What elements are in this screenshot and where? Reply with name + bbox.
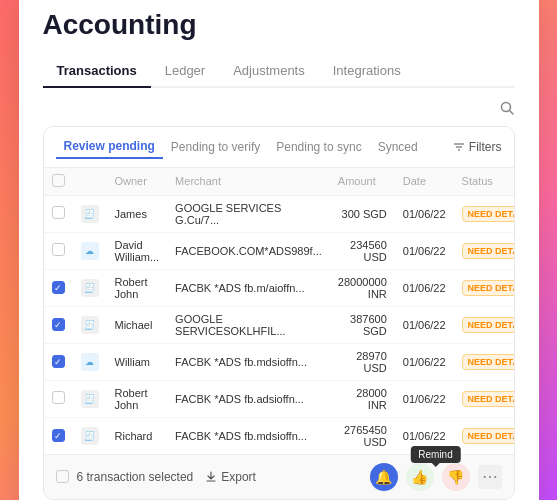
search-icon: [499, 100, 515, 116]
status-cell: NEED DETAILS: [454, 269, 515, 306]
main-tabs: Transactions Ledger Adjustments Integrat…: [43, 55, 515, 88]
amount-cell: 28000 INR: [330, 380, 395, 417]
receipt-icon: 🧾: [81, 316, 99, 334]
row-checkbox[interactable]: [52, 281, 65, 294]
page-title: Accounting: [43, 9, 515, 41]
owner-cell: Robert John: [107, 269, 168, 306]
export-button[interactable]: Export: [205, 470, 256, 484]
approve-button[interactable]: 👍: [406, 463, 434, 491]
merchant-cell: FACBK *ADS fb.m/aioffn...: [167, 269, 330, 306]
owner-cell: Robert John: [107, 380, 168, 417]
more-button[interactable]: ⋯: [478, 465, 502, 489]
header-amount: Amount: [330, 168, 395, 196]
owner-cell: Richard: [107, 417, 168, 454]
row-checkbox[interactable]: [52, 206, 65, 219]
date-cell: 01/06/22: [395, 380, 454, 417]
reject-button[interactable]: 👎: [442, 463, 470, 491]
row-checkbox[interactable]: [52, 391, 65, 404]
sub-tab-pending-verify[interactable]: Pending to verify: [163, 136, 268, 158]
header-owner: Owner: [107, 168, 168, 196]
table-row: ☁David William...FACEBOOK.COM*ADS989f...…: [44, 232, 515, 269]
tab-adjustments[interactable]: Adjustments: [219, 55, 319, 88]
owner-cell: Michael: [107, 306, 168, 343]
amount-cell: 300 SGD: [330, 195, 395, 232]
cloud-icon: ☁: [81, 242, 99, 260]
receipt-icon: 🧾: [81, 205, 99, 223]
status-badge[interactable]: NEED DETAILS: [462, 243, 515, 259]
tab-transactions[interactable]: Transactions: [43, 55, 151, 88]
status-cell: NEED DETAILS: [454, 417, 515, 454]
action-icons: Remind 🔔 👍 👎 ⋯: [370, 463, 502, 491]
date-cell: 01/06/22: [395, 269, 454, 306]
row-checkbox[interactable]: [52, 429, 65, 442]
table-row: 🧾Robert JohnFACBK *ADS fb.m/aioffn...280…: [44, 269, 515, 306]
remind-tooltip: Remind: [410, 446, 460, 463]
merchant-cell: FACEBOOK.COM*ADS989f...: [167, 232, 330, 269]
status-badge[interactable]: NEED DETAILS: [462, 280, 515, 296]
table-row: 🧾Robert JohnFACBK *ADS fb.adsioffn...280…: [44, 380, 515, 417]
row-checkbox[interactable]: [52, 355, 65, 368]
tab-integrations[interactable]: Integrations: [319, 55, 415, 88]
merchant-cell: FACBK *ADS fb.mdsioffn...: [167, 343, 330, 380]
amount-cell: 28000000 INR: [330, 269, 395, 306]
selected-label: 6 transaction selected: [77, 470, 194, 484]
cloud-icon: ☁: [81, 353, 99, 371]
table-row: ☁WilliamFACBK *ADS fb.mdsioffn...28970 U…: [44, 343, 515, 380]
owner-cell: William: [107, 343, 168, 380]
search-button[interactable]: [499, 100, 515, 120]
sub-tab-synced[interactable]: Synced: [370, 136, 426, 158]
remind-button[interactable]: 🔔: [370, 463, 398, 491]
export-icon: [205, 471, 217, 483]
status-badge[interactable]: NEED DETAILS: [462, 428, 515, 444]
owner-cell: David William...: [107, 232, 168, 269]
amount-cell: 234560 USD: [330, 232, 395, 269]
date-cell: 01/06/22: [395, 343, 454, 380]
merchant-cell: GOOGLE SERVICESOKLHFIL...: [167, 306, 330, 343]
header-date: Date: [395, 168, 454, 196]
amount-cell: 387600 SGD: [330, 306, 395, 343]
status-badge[interactable]: NEED DETAILS: [462, 354, 515, 370]
status-badge[interactable]: NEED DETAILS: [462, 317, 515, 333]
merchant-cell: FACBK *ADS fb.mdsioffn...: [167, 417, 330, 454]
table-row: 🧾MichaelGOOGLE SERVICESOKLHFIL...387600 …: [44, 306, 515, 343]
search-row: [43, 100, 515, 120]
filters-button[interactable]: Filters: [453, 140, 502, 154]
receipt-icon: 🧾: [81, 427, 99, 445]
row-checkbox[interactable]: [52, 243, 65, 256]
status-cell: NEED DETAILS: [454, 232, 515, 269]
date-cell: 01/06/22: [395, 232, 454, 269]
receipt-icon: 🧾: [81, 390, 99, 408]
header-status: Status: [454, 168, 515, 196]
status-cell: NEED DETAILS✓: [454, 195, 515, 232]
sub-tabs: Review pending Pending to verify Pending…: [44, 127, 514, 168]
transactions-table: Owner Merchant Amount Date Status 🧾James…: [44, 168, 515, 454]
main-card: Accounting Transactions Ledger Adjustmen…: [19, 0, 539, 500]
status-cell: NEED DETAILS: [454, 343, 515, 380]
sub-tab-pending-sync[interactable]: Pending to sync: [268, 136, 369, 158]
status-badge[interactable]: NEED DETAILS: [462, 206, 515, 222]
amount-cell: 28970 USD: [330, 343, 395, 380]
svg-line-1: [509, 110, 513, 114]
select-all-checkbox[interactable]: [52, 174, 65, 187]
tab-ledger[interactable]: Ledger: [151, 55, 219, 88]
table-row: 🧾JamesGOOGLE SERVICES G.Cu/7...300 SGD01…: [44, 195, 515, 232]
row-checkbox[interactable]: [52, 318, 65, 331]
sub-tab-review-pending[interactable]: Review pending: [56, 135, 163, 159]
receipt-icon: 🧾: [81, 279, 99, 297]
merchant-cell: GOOGLE SERVICES G.Cu/7...: [167, 195, 330, 232]
table-container: Review pending Pending to verify Pending…: [43, 126, 515, 500]
owner-cell: James: [107, 195, 168, 232]
date-cell: 01/06/22: [395, 195, 454, 232]
status-badge[interactable]: NEED DETAILS: [462, 391, 515, 407]
merchant-cell: FACBK *ADS fb.adsioffn...: [167, 380, 330, 417]
header-merchant: Merchant: [167, 168, 330, 196]
amount-cell: 2765450 USD: [330, 417, 395, 454]
date-cell: 01/06/22: [395, 306, 454, 343]
filter-icon: [453, 141, 465, 153]
footer-bar: 6 transaction selected Export Remind 🔔 👍…: [44, 454, 514, 499]
status-cell: NEED DETAILS✓: [454, 306, 515, 343]
footer-checkbox[interactable]: [56, 470, 69, 483]
status-cell: NEED DETAILS: [454, 380, 515, 417]
